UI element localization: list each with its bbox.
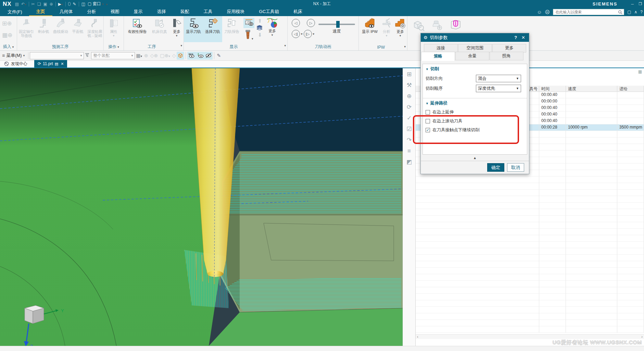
create-geometry-icon[interactable]: ⊞ (407, 71, 412, 77)
ribbon-tab[interactable]: 选择 (150, 8, 173, 16)
go-to-end-icon[interactable]: |▷ (304, 30, 312, 38)
display-more-button[interactable]: 更多▾ (264, 16, 280, 42)
save-icon[interactable]: ▤ (15, 2, 19, 7)
checkbox-icon[interactable]: ✓ (426, 128, 430, 132)
speed-slider-thumb[interactable] (336, 21, 340, 28)
table-row[interactable] (416, 242, 644, 248)
dialog-tab[interactable]: 空间范围 (458, 44, 492, 52)
cancel-button[interactable]: 取消 (507, 163, 524, 172)
ipw-analyze-button[interactable]: 分析▾ (380, 16, 393, 42)
copy-display-icon[interactable]: ⊕ (50, 2, 53, 7)
table-row[interactable] (416, 216, 644, 222)
close-tab-icon[interactable]: ✕ (61, 62, 64, 66)
rest-milling-button[interactable]: 剩余铣 (35, 16, 52, 42)
checkbox-continue-cutting-below-contact[interactable]: ✓ 在刀具接触点下继续切削 (426, 127, 524, 133)
table-row[interactable] (416, 313, 644, 320)
curve-drive-button[interactable]: 曲线驱动 (52, 16, 69, 42)
ribbon-tab[interactable]: 视图 (103, 8, 127, 16)
group-label-operation[interactable]: 操作▾ (104, 44, 124, 50)
restore-button[interactable]: ❐ (639, 2, 642, 6)
dialog-tab[interactable]: 策略 (421, 52, 455, 61)
new-window-icon[interactable]: ◫ (81, 2, 85, 7)
table-row[interactable] (416, 326, 644, 333)
go-to-start-icon[interactable]: ◁| (292, 30, 300, 38)
snap-point-icon[interactable]: ▦▾ (135, 52, 143, 59)
create-tool-icon[interactable]: ⚒ (406, 82, 412, 88)
selection-scope-dropdown[interactable]: 整个装配▾ (91, 52, 135, 59)
dialog-close-icon[interactable]: ✕ (520, 35, 526, 40)
open-box-icon[interactable] (177, 52, 184, 60)
undo-icon[interactable]: ↶▾ (21, 2, 26, 7)
part-tab-active[interactable]: ⟳ 11.prt ▤ ✕ (34, 60, 67, 68)
hide-all-icon[interactable] (204, 52, 213, 60)
process-more-button[interactable]: 更多▾ (170, 16, 184, 42)
ribbon-tab[interactable]: 装配 (173, 8, 197, 16)
measure-icon[interactable]: ✎ (216, 52, 222, 59)
table-row[interactable] (416, 229, 644, 235)
create-stamp-icon[interactable] (431, 19, 443, 33)
dialog-tab[interactable]: 更多 (492, 44, 526, 52)
table-row[interactable] (416, 248, 644, 255)
viewport-3d[interactable]: Y Z (0, 68, 403, 346)
ribbon-tab[interactable]: 应用模块 (220, 8, 252, 16)
table-row[interactable] (416, 183, 644, 190)
dialog-tab[interactable]: 余量 (455, 52, 489, 60)
group-label-display[interactable]: 显示▾ (184, 44, 287, 50)
command-finder-icon[interactable]: ✎ (73, 2, 76, 7)
table-row[interactable] (416, 255, 644, 261)
ribbon-tab[interactable]: 几何体 (52, 8, 80, 16)
table-row[interactable] (416, 300, 644, 307)
validity-report-button[interactable]: 有效性报告 (125, 16, 149, 42)
ribbon-tab[interactable]: 分析 (80, 8, 103, 16)
move-down-icon[interactable]: ⬇ (258, 32, 262, 38)
toolpath-report-button[interactable]: 刀轨报告 (222, 16, 241, 42)
ribbon-tab[interactable]: 显示 (127, 8, 150, 16)
scroll-left-icon[interactable]: ‹ (417, 335, 418, 339)
minimize-ribbon-icon[interactable]: ∧ (634, 10, 637, 14)
horizontal-scrollbar[interactable]: ‹ › (416, 334, 644, 339)
ipw-more-button[interactable]: ⚙ 更多▾ (393, 16, 407, 42)
move-up-icon[interactable]: ⬆ (258, 18, 262, 24)
create-program-icon[interactable]: ⊞⊕ (2, 20, 15, 27)
checkbox-extend-at-edges[interactable]: 在边上延伸 (426, 109, 524, 115)
table-row[interactable] (416, 222, 644, 229)
cut-direction-select[interactable]: 混合▼ (476, 75, 521, 82)
discovery-center-tab[interactable]: 发现中心 (0, 60, 31, 68)
section-cutting-title[interactable]: ▼切削 (426, 66, 524, 72)
ribbon-tab[interactable]: GC工具箱 (252, 8, 287, 16)
machine-icon[interactable]: ◩ (406, 159, 412, 165)
fixed-axis-guide-curve-button[interactable]: 固定轴引导曲线 (18, 16, 35, 42)
tool-holder-icon[interactable] (449, 19, 462, 33)
depth-profile-steep-button[interactable]: 深度轮廓铣 - 陡峭 (86, 16, 103, 42)
table-row[interactable] (416, 307, 644, 313)
minimize-button[interactable]: ─ (631, 2, 634, 6)
checkbox-icon[interactable] (426, 110, 430, 114)
ribbon-tab[interactable]: 机床 (286, 8, 310, 16)
show-ipw-button[interactable]: 显示 IPW (360, 16, 380, 42)
table-row[interactable] (416, 196, 644, 203)
select-toolpath-button[interactable]: 选择刀轨 (203, 16, 222, 42)
checkbox-roll-tool-over-edges[interactable]: 在边上滚动刀具 (426, 118, 524, 124)
microphone-icon[interactable] (68, 2, 71, 7)
dialog-tab[interactable]: 连接 (424, 44, 458, 52)
verify-toolpath-icon[interactable]: ✓ (407, 115, 412, 121)
dialog-tab[interactable]: 拐角 (490, 52, 523, 60)
cut-order-select[interactable]: 深度优先▼ (476, 85, 521, 92)
group-label-insert[interactable]: 插入▾ (0, 44, 17, 50)
show-csys-icon[interactable] (196, 52, 204, 60)
fullscreen-icon[interactable]: ▢ (627, 10, 631, 14)
touch-mode-icon[interactable]: ▶▾ (58, 2, 63, 7)
table-row[interactable] (416, 177, 644, 183)
cut-icon[interactable]: ✂ (31, 2, 35, 7)
scroll-right-icon[interactable]: › (641, 335, 643, 339)
table-row[interactable] (416, 190, 644, 196)
filter-reset-icon[interactable] (84, 52, 91, 59)
speed-slider-track[interactable] (318, 24, 355, 25)
post-process-icon[interactable]: ↷ (407, 137, 412, 143)
play-forward-icon[interactable]: ▷ (307, 19, 315, 27)
properties-button[interactable]: 属性▾ (105, 16, 123, 42)
ok-button[interactable]: 确定 (487, 163, 504, 172)
help-icon[interactable]: ? (640, 10, 643, 14)
file-menu[interactable]: 文件(F) (0, 9, 29, 15)
panel-columns-icon[interactable]: ▦ (638, 69, 642, 74)
